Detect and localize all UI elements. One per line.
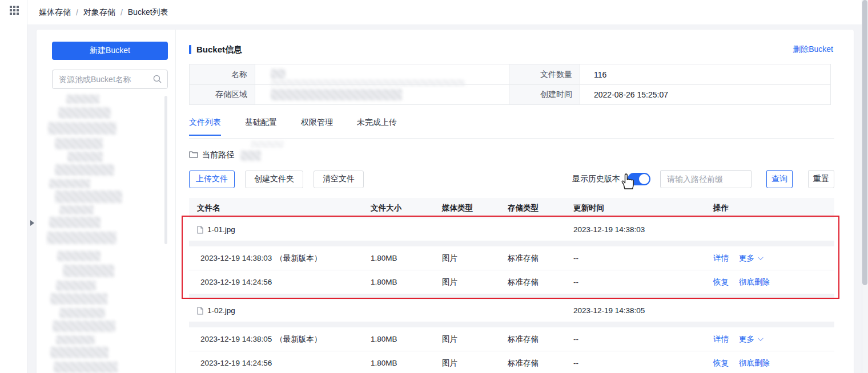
- version-size: 1.80MB: [363, 254, 434, 262]
- version-substrip: [189, 241, 834, 246]
- sidebar-scrollbar[interactable]: [164, 96, 167, 244]
- file-table: 文件名 文件大小 媒体类型 存储类型 更新时间 操作 1-01.jpg 2023…: [189, 198, 834, 373]
- file-row[interactable]: 1-01.jpg 2023-12-19 14:38:03: [189, 218, 834, 241]
- redacted-bucket-item: [49, 217, 101, 228]
- version-size: 1.80MB: [363, 278, 434, 286]
- tab-incomplete-upload[interactable]: 未完成上传: [357, 117, 397, 135]
- breadcrumb-object-storage[interactable]: 对象存储: [83, 7, 115, 18]
- delete-bucket-link[interactable]: 删除Bucket: [793, 44, 833, 55]
- region-label: 存储区域: [190, 84, 255, 104]
- version-substrip: [189, 322, 834, 327]
- redacted-path: [240, 151, 261, 161]
- redacted-bucket-item: [59, 308, 105, 318]
- current-path-bar: 当前路径: [189, 149, 834, 161]
- app-rail: [0, 0, 27, 373]
- redacted-bucket-item: [47, 232, 116, 244]
- region-value: [255, 84, 509, 104]
- redacted-bucket-item: [57, 251, 101, 261]
- file-icon: [197, 307, 203, 315]
- version-media: 图片: [434, 253, 500, 263]
- version-updated: --: [565, 254, 705, 262]
- file-row[interactable]: 1-02.jpg 2023-12-19 14:38:05: [189, 299, 834, 322]
- version-updated: --: [565, 335, 705, 343]
- current-path-label: 当前路径: [202, 150, 234, 160]
- col-header-mediatype: 媒体类型: [434, 203, 500, 213]
- bucket-info-table: 名称 文件数量 116 存储区域 创建时间 2022-08-26 15:25:0…: [189, 64, 831, 105]
- detail-link[interactable]: 详情: [713, 334, 729, 344]
- tab-bar: 文件列表 基础配置 权限管理 未完成上传: [189, 117, 834, 139]
- redacted-bucket-item: [50, 347, 108, 358]
- chevron-right-icon: [30, 220, 34, 226]
- redacted-bucket-item: [58, 107, 111, 119]
- new-bucket-button[interactable]: 新建Bucket: [52, 42, 168, 60]
- redacted-bucket-item: [59, 205, 94, 214]
- col-header-storagetype: 存储类型: [500, 203, 565, 213]
- redacted-bucket-item: [55, 164, 114, 176]
- version-media: 图片: [434, 334, 500, 344]
- sidebar-collapse-handle[interactable]: [28, 211, 36, 235]
- version-storage: 标准存储: [500, 277, 565, 287]
- col-header-updated: 更新时间: [565, 203, 705, 213]
- bucket-name-value: [255, 64, 509, 84]
- version-storage: 标准存储: [500, 358, 565, 368]
- latest-version-tag: （最新版本）: [275, 335, 322, 343]
- toggle-knob: [639, 174, 649, 184]
- version-row: 2023-12-19 14:24:56 1.80MB 图片 标准存储 -- 恢复…: [189, 351, 834, 373]
- version-time: 2023-12-19 14:24:56: [200, 359, 272, 367]
- create-folder-button[interactable]: 创建文件夹: [245, 171, 303, 188]
- history-version-toggle[interactable]: [628, 173, 650, 185]
- file-icon: [197, 226, 203, 234]
- redacted-bucket-item: [63, 265, 114, 277]
- purge-link[interactable]: 彻底删除: [739, 358, 770, 368]
- col-header-filename: 文件名: [189, 203, 363, 213]
- purge-link[interactable]: 彻底删除: [739, 277, 770, 287]
- search-icon: [153, 75, 162, 85]
- redacted-bucket-item: [66, 95, 99, 104]
- detail-link[interactable]: 详情: [713, 253, 729, 263]
- restore-link[interactable]: 恢复: [713, 277, 729, 287]
- bucket-search: [52, 70, 167, 89]
- breadcrumb-separator: /: [76, 8, 78, 17]
- file-toolbar: 上传文件 创建文件夹 清空文件 显示历史版本 查询 重置: [189, 170, 834, 188]
- reset-button[interactable]: 重置: [808, 170, 834, 188]
- file-count-label: 文件数量: [509, 64, 580, 84]
- redacted-bucket-item: [56, 335, 95, 344]
- topbar: 媒体存储 / 对象存储 / Bucket列表: [27, 0, 868, 25]
- breadcrumb-media-storage[interactable]: 媒体存储: [39, 7, 71, 18]
- bucket-search-input[interactable]: [52, 70, 168, 89]
- version-updated: --: [565, 278, 705, 286]
- upload-file-button[interactable]: 上传文件: [189, 171, 235, 188]
- more-link[interactable]: 更多: [739, 334, 762, 344]
- clear-files-button[interactable]: 清空文件: [314, 171, 364, 188]
- redacted-region: [271, 89, 402, 100]
- redacted-bucket-item: [50, 293, 107, 305]
- tab-file-list[interactable]: 文件列表: [189, 117, 221, 135]
- page-scrollbar[interactable]: [862, 0, 868, 373]
- redacted-path: [251, 141, 284, 148]
- redacted-bucket-item: [55, 138, 103, 149]
- file-name[interactable]: 1-01.jpg: [207, 225, 235, 234]
- tab-basic-config[interactable]: 基础配置: [245, 117, 277, 135]
- version-storage: 标准存储: [500, 253, 565, 263]
- path-prefix-input[interactable]: [660, 170, 752, 188]
- version-updated: --: [565, 359, 705, 367]
- redacted-bucket-item: [53, 321, 115, 332]
- more-link[interactable]: 更多: [739, 253, 762, 263]
- redacted-bucket-item: [56, 281, 96, 291]
- col-header-filesize: 文件大小: [363, 203, 434, 213]
- app-launcher-icon[interactable]: [10, 6, 19, 15]
- breadcrumb-bucket-list: Bucket列表: [128, 7, 168, 18]
- version-time: 2023-12-19 14:38:03: [200, 254, 272, 262]
- scrollbar-thumb[interactable]: [862, 0, 867, 285]
- file-updated: 2023-12-19 14:38:05: [565, 306, 705, 315]
- restore-link[interactable]: 恢复: [713, 358, 729, 368]
- query-button[interactable]: 查询: [766, 170, 793, 188]
- version-storage: 标准存储: [500, 334, 565, 344]
- tab-permission[interactable]: 权限管理: [301, 117, 333, 135]
- version-substrip: [189, 294, 834, 299]
- redacted-bucket-name: [271, 69, 286, 79]
- redacted-bucket-item: [54, 362, 118, 373]
- section-accent-bar: [189, 45, 191, 54]
- file-name[interactable]: 1-02.jpg: [207, 306, 235, 315]
- redacted-bucket-item: [49, 179, 90, 188]
